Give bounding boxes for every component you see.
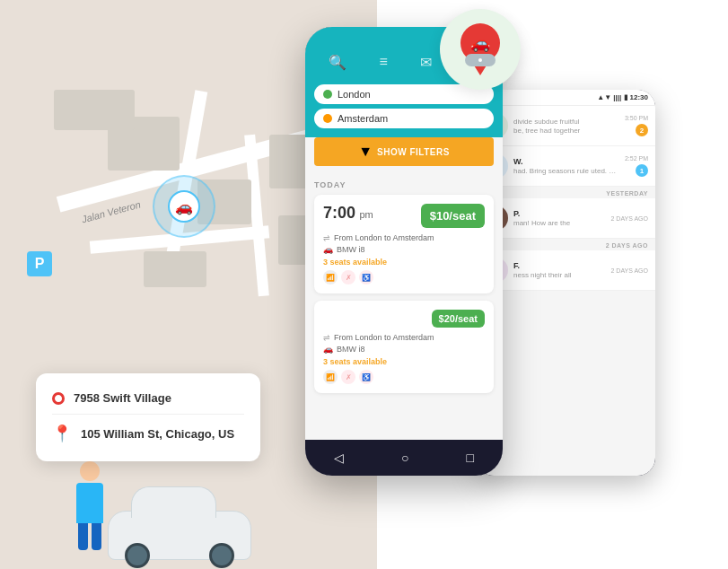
message-list: 🏢 divide subdue fruitful be, tree had to… <box>476 106 655 476</box>
amenity-icons: 📶 ✗ ♿ <box>323 270 485 284</box>
car-wheel-left <box>125 543 150 568</box>
ride-seats: 3 seats available <box>323 258 485 267</box>
today-section-label: TODAY <box>314 180 494 189</box>
message-content-1: divide subdue fruitful be, tree had toge… <box>513 117 619 135</box>
person-leg-right <box>92 523 101 550</box>
ride-2-from-text: From London to Amsterdam <box>334 333 434 342</box>
origin-search-text: London <box>338 89 371 100</box>
message-badge-1: 2 <box>636 124 648 136</box>
car-roof <box>131 486 216 518</box>
person-body <box>76 483 103 523</box>
origin-row: 7958 Swift Village <box>52 386 244 410</box>
person-head <box>80 461 100 481</box>
message-preview-1b: be, tree had together <box>513 127 619 135</box>
amenity-2-icons: 📶 ✗ ♿ <box>323 370 485 384</box>
message-meta-f: 2 DAYS AGO <box>611 267 649 274</box>
ride-car-row: 🚗 BMW i8 <box>323 245 485 254</box>
message-meta-w: 2:52 PM 1 <box>625 155 648 177</box>
search-nav-icon[interactable]: 🔍 <box>329 54 346 71</box>
map-block <box>144 251 206 287</box>
car-icon: 🚗 <box>323 245 333 254</box>
list-nav-icon[interactable]: ≡ <box>380 54 388 70</box>
recent-button[interactable]: □ <box>467 451 474 465</box>
destination-search-dot <box>323 114 332 123</box>
map-block <box>54 90 135 130</box>
ride-time-block: 7:00 pm <box>323 204 373 223</box>
wifi-2-amenity-icon: 📶 <box>323 370 338 384</box>
destination-search-row[interactable]: Amsterdam <box>314 109 494 128</box>
ride-card-1[interactable]: 7:00 pm $10/seat ⇌ From London to Amster… <box>314 195 494 293</box>
person-leg-left <box>78 523 88 550</box>
no-accessibility-icon: ♿ <box>359 270 373 284</box>
secondary-phone-screen: ▲▼ |||| ▮ 12:30 🏢 divide subdue fruitful… <box>476 90 655 476</box>
car-illustration <box>108 511 251 560</box>
wifi-amenity-icon: 📶 <box>323 270 338 284</box>
location-card: 7958 Swift Village 📍 105 William St, Chi… <box>36 373 260 461</box>
message-item-1[interactable]: 🏢 divide subdue fruitful be, tree had to… <box>476 106 655 146</box>
road-line <box>478 58 482 62</box>
no-accessibility-2-icon: ♿ <box>359 370 373 384</box>
message-meta-p: 2 DAYS AGO <box>611 215 649 222</box>
ride-time: 7:00 <box>323 204 355 222</box>
filter-button-label: SHOW FILTERS <box>377 147 450 157</box>
phone-bottom-bar: ◁ ○ □ <box>305 440 503 476</box>
message-item-w[interactable]: W W. had. Bring seasons rule uted. Third… <box>476 146 655 187</box>
car-on-map: 🚗 <box>153 175 215 238</box>
ride-2-from-row: ⇌ From London to Amsterdam <box>323 333 485 342</box>
car-icon: 🚗 <box>168 190 200 223</box>
secondary-status-time: 12:30 <box>630 93 648 101</box>
destination-address: 105 William St, Chicago, US <box>81 427 234 441</box>
message-badge-w: 1 <box>636 164 648 177</box>
secondary-phone: ▲▼ |||| ▮ 12:30 🏢 divide subdue fruitful… <box>476 90 655 476</box>
ride-2-car-row: 🚗 BMW i8 <box>323 345 485 354</box>
back-button[interactable]: ◁ <box>334 451 344 465</box>
message-preview-1: divide subdue fruitful <box>513 118 619 126</box>
message-time-w: 2:52 PM <box>625 155 648 162</box>
ride-from-row: ⇌ From London to Amsterdam <box>323 233 485 242</box>
route-2-icon: ⇌ <box>323 333 330 342</box>
person-legs <box>54 523 126 550</box>
message-content-p: P. man! How are the <box>513 209 606 227</box>
pin-shape: 🚗 <box>460 23 500 75</box>
message-content-w: W. had. Bring seasons rule uted. Third o… <box>513 157 619 175</box>
no-smoking-icon: ✗ <box>341 270 355 284</box>
message-preview-p: man! How are the <box>513 219 606 227</box>
ride-card-2[interactable]: $20/seat ⇌ From London to Amsterdam 🚗 BM… <box>314 301 494 393</box>
message-preview-w: had. Bring seasons rule uted. Third of m… <box>513 167 619 175</box>
parking-icon: P <box>27 251 52 276</box>
destination-row: 📍 105 William St, Chicago, US <box>52 414 244 449</box>
origin-search-dot <box>323 90 332 99</box>
message-time-f: 2 DAYS AGO <box>611 267 649 274</box>
message-name-f: F. <box>513 261 606 270</box>
ride-card-top: 7:00 pm $10/seat <box>323 204 485 228</box>
ride-from-text: From London to Amsterdam <box>334 233 434 242</box>
mail-nav-icon[interactable]: ✉ <box>420 54 432 71</box>
message-name-p: P. <box>513 209 606 218</box>
car-wheel-right <box>209 543 234 568</box>
pin-circle: 🚗 <box>440 9 521 90</box>
message-item-p[interactable]: P P. man! How are the 2 DAYS AGO <box>476 198 655 239</box>
destination-search-text: Amsterdam <box>338 113 388 124</box>
message-time-p: 2 DAYS AGO <box>611 215 649 222</box>
yesterday-section: YESTERDAY <box>476 187 655 198</box>
home-button[interactable]: ○ <box>401 451 408 465</box>
map-pin-illustration: 🚗 <box>440 9 530 99</box>
message-preview-f: ness night their all <box>513 271 606 279</box>
message-time-1: 3:50 PM <box>625 115 648 121</box>
route-icon: ⇌ <box>323 233 330 242</box>
message-content-f: F. ness night their all <box>513 261 606 279</box>
ride-price-badge: $10/seat <box>421 204 485 228</box>
filter-icon: ▼ <box>358 144 373 160</box>
ride-2-price-badge: $20/seat <box>432 310 485 328</box>
person-illustration <box>54 461 126 569</box>
filter-button[interactable]: ▼ SHOW FILTERS <box>314 137 494 166</box>
secondary-status-icons: ▲▼ |||| ▮ <box>597 93 627 101</box>
origin-dot-icon <box>52 392 65 405</box>
message-item-f[interactable]: F F. ness night their all 2 DAYS AGO <box>476 250 655 291</box>
ride-card-2-top: $20/seat <box>323 310 485 328</box>
ride-period: pm <box>359 209 373 220</box>
origin-address: 7958 Swift Village <box>74 391 171 405</box>
ride-2-seats: 3 seats available <box>323 357 485 366</box>
car-2-icon: 🚗 <box>323 345 333 354</box>
2days-section: 2 DAYS AGO <box>476 239 655 250</box>
